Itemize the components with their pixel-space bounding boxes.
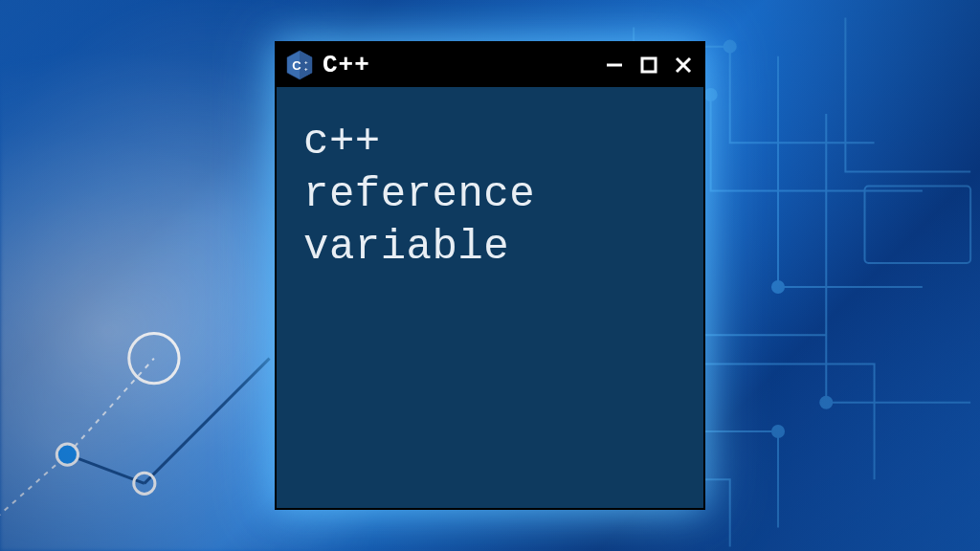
- maximize-button[interactable]: [638, 55, 659, 76]
- window-controls: [604, 55, 694, 76]
- maximize-icon: [640, 56, 657, 74]
- minimize-icon: [605, 55, 624, 75]
- svg-marker-11: [300, 51, 312, 79]
- close-icon: [674, 55, 693, 75]
- window-content: c++ reference variable: [277, 87, 703, 508]
- close-button[interactable]: [673, 55, 694, 76]
- svg-text:+: +: [304, 59, 308, 65]
- svg-text:+: +: [304, 66, 308, 72]
- svg-text:C: C: [292, 58, 301, 73]
- window-title: C++: [323, 51, 594, 79]
- content-line-2: reference: [303, 168, 677, 221]
- app-window: C + + C++ c++ r: [275, 41, 705, 510]
- titlebar[interactable]: C + + C++: [277, 43, 703, 87]
- svg-rect-16: [642, 58, 656, 72]
- content-line-1: c++: [303, 116, 677, 168]
- content-line-3: variable: [303, 221, 677, 274]
- minimize-button[interactable]: [604, 55, 625, 76]
- cpp-language-icon: C + +: [286, 50, 313, 80]
